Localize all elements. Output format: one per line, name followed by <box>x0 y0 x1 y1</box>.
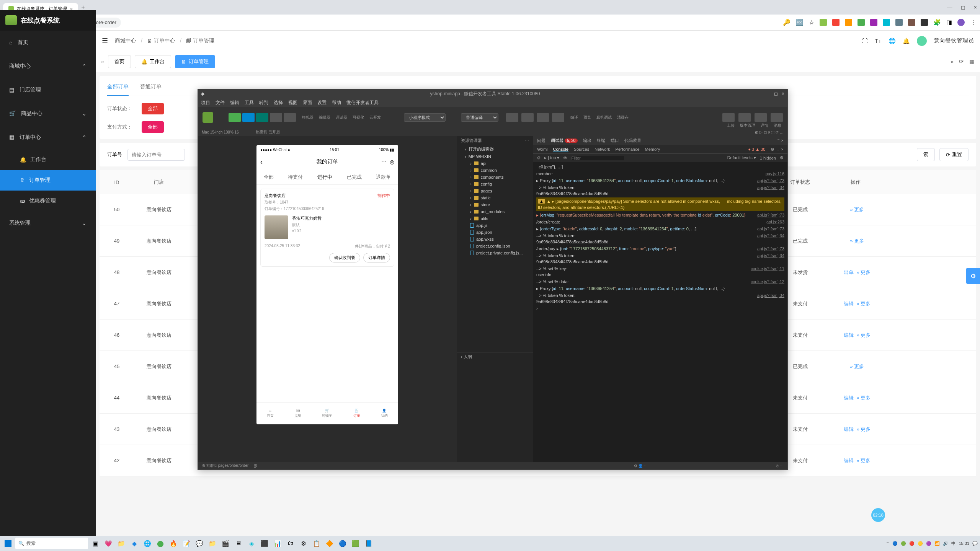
tray-icon[interactable]: 🟢 <box>901 541 906 546</box>
gear-icon[interactable]: ⚙ <box>780 155 784 160</box>
close-icon[interactable]: × <box>782 91 784 96</box>
message-button[interactable] <box>771 113 783 122</box>
menu-item[interactable]: 项目 <box>201 99 210 106</box>
app-icon[interactable]: ⚙ <box>298 538 309 549</box>
order-detail-button[interactable]: 订单详情 <box>363 253 390 262</box>
layout-button[interactable] <box>270 113 282 122</box>
app-icon[interactable]: ◈ <box>246 538 257 549</box>
order-no-input[interactable] <box>127 149 185 161</box>
tabbar-item[interactable]: 🛒购物车 <box>322 409 332 418</box>
tab-order-mgmt[interactable]: 🗎订单管理 <box>175 55 215 68</box>
reset-button[interactable]: ⟳重置 <box>939 148 969 161</box>
compile-button[interactable] <box>506 113 518 122</box>
tree-item[interactable]: app.js <box>457 222 533 229</box>
app-icon[interactable]: 📊 <box>272 538 283 549</box>
tree-item[interactable]: ›store <box>457 201 533 208</box>
app-icon[interactable]: 💬 <box>194 538 205 549</box>
menu-item[interactable]: 编辑 <box>230 99 239 106</box>
row-action[interactable]: 出单 <box>844 269 854 275</box>
debugger-tab[interactable]: 调试器 5, 30 <box>551 138 578 143</box>
devtools-subtab[interactable]: Performance <box>616 147 640 152</box>
device-debug-button[interactable] <box>537 113 549 122</box>
row-action[interactable]: 编辑 <box>844 332 854 338</box>
app-icon[interactable]: 🗂 <box>285 538 296 549</box>
order-tab[interactable]: 全部 <box>264 174 274 181</box>
bell-icon[interactable]: 🔔 <box>903 37 910 44</box>
tree-item[interactable]: ›static <box>457 194 533 201</box>
menu-item[interactable]: 界面 <box>303 99 312 106</box>
tree-item[interactable]: app.json <box>457 229 533 236</box>
debugger-tab[interactable]: 终端 <box>597 138 605 143</box>
tabbar-item[interactable]: 👤我的 <box>381 409 388 418</box>
tree-item[interactable]: project.config.json <box>457 243 533 249</box>
app-icon[interactable]: 🌐 <box>142 538 153 549</box>
search-button[interactable]: 索 <box>917 148 935 161</box>
context-select[interactable]: ▸ | top ▾ <box>544 155 559 160</box>
order-card[interactable]: 意向餐饮店 制作中 取餐号：1047 订单编号：1772104500396425… <box>260 189 394 267</box>
eye-icon[interactable]: 👁 <box>563 156 567 160</box>
row-action[interactable]: 编辑 <box>844 426 854 432</box>
wifi-icon[interactable]: 📶 <box>934 541 940 546</box>
tray-icon[interactable]: 🟡 <box>918 541 923 546</box>
status-all-badge[interactable]: 全部 <box>142 103 164 114</box>
sidebar-sub-order-mgmt[interactable]: 🗎 订单管理 <box>0 170 96 191</box>
pay-all-badge[interactable]: 全部 <box>142 121 164 133</box>
tab-workbench[interactable]: 🔔工作台 <box>135 55 171 68</box>
row-action[interactable]: » 更多 <box>857 395 871 401</box>
tree-item[interactable]: ›MP-WEIXIN <box>457 153 533 160</box>
tabbar-item[interactable]: 🍽点餐 <box>294 409 301 418</box>
settings-float-button[interactable]: ⚙ <box>966 268 980 284</box>
tree-item[interactable]: ›uni_modules <box>457 208 533 215</box>
ext-icon[interactable] <box>832 19 840 26</box>
text-size-icon[interactable]: Tᴛ <box>875 37 882 44</box>
maximize-icon[interactable]: ◻ <box>774 91 778 96</box>
debugger-tab[interactable]: 问题 <box>537 138 546 143</box>
tree-item[interactable]: ›components <box>457 174 533 181</box>
task-view-icon[interactable]: ▣ <box>90 538 101 549</box>
debugger-tab[interactable]: 输出 <box>583 138 591 143</box>
maximize-icon[interactable]: ◻ <box>961 4 965 10</box>
play-button[interactable] <box>229 113 241 122</box>
back-icon[interactable]: ‹ <box>260 158 263 166</box>
devtools-subtab[interactable]: Memory <box>645 147 660 152</box>
close-icon[interactable]: × <box>974 4 977 10</box>
extensions-icon[interactable]: 🧩 <box>933 19 941 26</box>
fullscreen-icon[interactable]: ⛶ <box>862 37 868 44</box>
order-tab[interactable]: 待支付 <box>288 174 303 181</box>
start-button[interactable] <box>2 538 14 549</box>
ext-icon[interactable] <box>883 19 890 26</box>
order-tab[interactable]: 已完成 <box>347 174 362 181</box>
cloud-button[interactable] <box>284 113 296 122</box>
notifications-icon[interactable]: 💬 <box>972 541 978 546</box>
app-icon[interactable]: 📝 <box>181 538 192 549</box>
clear-cache-button[interactable] <box>552 113 564 122</box>
menu-item[interactable]: 设置 <box>317 99 327 106</box>
tree-item[interactable]: ›打开的编辑器 <box>457 145 533 153</box>
key-icon[interactable]: 🔑 <box>783 19 791 26</box>
row-action[interactable]: 编辑 <box>844 395 854 401</box>
upload-button[interactable] <box>722 113 735 122</box>
reload-icon[interactable]: ⟳ <box>959 58 964 65</box>
tab-normal-orders[interactable]: 普通订单 <box>140 82 162 96</box>
more-icon[interactable]: ⋯ <box>525 138 529 143</box>
compile-select[interactable]: 普通编译 <box>461 113 498 122</box>
tabbar-item[interactable]: ⌂首页 <box>267 409 274 418</box>
sidebar-item-order[interactable]: ▦订单中心 ⌃ <box>0 126 96 149</box>
tree-item[interactable]: ›utils <box>457 215 533 222</box>
row-action[interactable]: » 更多 <box>850 364 864 369</box>
tabbar-item[interactable]: 🧾订单 <box>353 409 360 418</box>
tab-home[interactable]: 首页 <box>108 55 131 68</box>
menu-toggle-icon[interactable]: ☰ <box>102 37 108 45</box>
devtools-menubar[interactable]: 项目文件编辑工具转到选择视图界面设置帮助微信开发者工具 <box>198 98 787 107</box>
sidebar-group-system[interactable]: 系统管理 ⌄ <box>0 211 96 235</box>
language-icon[interactable]: 🌐 <box>889 37 896 44</box>
row-action[interactable]: 编辑 <box>844 301 854 306</box>
menu-item[interactable]: 帮助 <box>332 99 341 106</box>
tree-item[interactable]: ›config <box>457 181 533 187</box>
collapse-tabs-icon[interactable]: « <box>101 59 104 65</box>
row-action[interactable]: » 更多 <box>850 207 864 212</box>
minimize-icon[interactable]: — <box>947 4 952 10</box>
tree-item[interactable]: ›pages <box>457 187 533 194</box>
minimize-icon[interactable]: — <box>766 91 770 96</box>
menu-item[interactable]: 转到 <box>259 99 268 106</box>
